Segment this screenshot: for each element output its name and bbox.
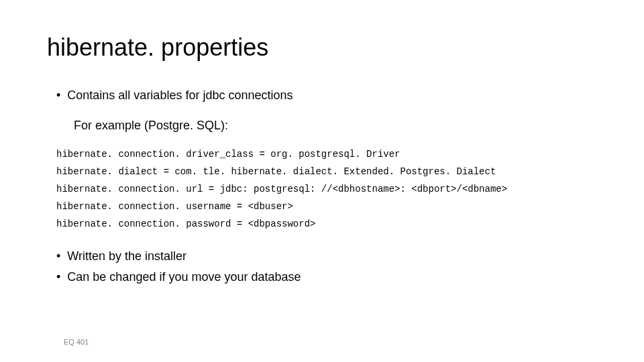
code-line: hibernate. dialect = com. tle. hibernate… xyxy=(56,166,597,177)
bullet-item: Written by the installer xyxy=(56,249,597,263)
sub-line: For example (Postgre. SQL): xyxy=(74,119,597,133)
code-line: hibernate. connection. url = jdbc: postg… xyxy=(56,184,597,194)
slide-title: hibernate. properties xyxy=(47,34,597,62)
code-block: hibernate. connection. driver_class = or… xyxy=(56,149,597,229)
footer-label: EQ 401 xyxy=(64,338,89,346)
bullet-text: Contains all variables for jdbc connecti… xyxy=(67,88,292,103)
code-line: hibernate. connection. driver_class = or… xyxy=(56,149,597,160)
bullet-item: Can be changed if you move your database xyxy=(56,270,597,284)
bullet-item: Contains all variables for jdbc connecti… xyxy=(56,88,597,103)
code-line: hibernate. connection. username = <dbuse… xyxy=(56,201,597,212)
bullet-text: Can be changed if you move your database xyxy=(67,270,301,284)
bullet-text: Written by the installer xyxy=(67,249,186,263)
bottom-bullets: Written by the installer Can be changed … xyxy=(47,249,597,284)
code-line: hibernate. connection. password = <dbpas… xyxy=(56,219,597,229)
